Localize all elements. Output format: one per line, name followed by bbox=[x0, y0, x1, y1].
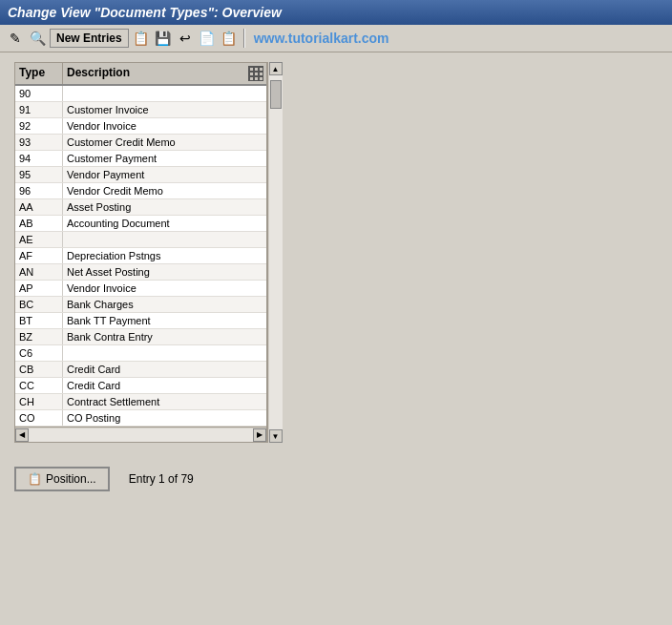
cell-type: AB bbox=[15, 216, 63, 231]
cell-desc: Contract Settlement bbox=[63, 394, 266, 409]
position-label: Position... bbox=[46, 472, 96, 486]
table-row[interactable]: BZBank Contra Entry bbox=[15, 329, 266, 345]
cell-type: 95 bbox=[15, 167, 63, 182]
col-desc-header: Description bbox=[63, 63, 245, 84]
cell-type: BZ bbox=[15, 329, 63, 344]
cell-desc: Bank Contra Entry bbox=[63, 329, 266, 344]
new-entries-label: New Entries bbox=[56, 31, 122, 45]
table-row[interactable]: AAAsset Posting bbox=[15, 199, 266, 216]
table-row[interactable]: 90 bbox=[15, 86, 266, 102]
table-body: 9091Customer Invoice92Vendor Invoice93Cu… bbox=[15, 86, 266, 427]
cell-type: 93 bbox=[15, 135, 63, 150]
table-row[interactable]: ANNet Asset Posting bbox=[15, 264, 266, 281]
toolbar-separator bbox=[243, 29, 245, 48]
main-content: Type Description 9091Customer Invoice92V… bbox=[0, 52, 672, 452]
cell-desc: Vendor Invoice bbox=[63, 281, 266, 296]
cell-type: CH bbox=[15, 394, 63, 409]
col-type-header: Type bbox=[15, 63, 63, 84]
cell-desc: Vendor Payment bbox=[63, 167, 266, 182]
position-button[interactable]: 📋 Position... bbox=[14, 467, 110, 491]
cell-type: BC bbox=[15, 297, 63, 312]
position-icon: 📋 bbox=[28, 472, 42, 486]
table-row[interactable]: COCO Posting bbox=[15, 410, 266, 427]
entry-info: Entry 1 of 79 bbox=[129, 472, 194, 486]
cell-desc: CO Posting bbox=[63, 410, 266, 426]
edit-icon[interactable]: ✎ bbox=[6, 29, 25, 48]
doc-icon[interactable]: 📄 bbox=[198, 29, 217, 48]
table-wrapper: Type Description 9091Customer Invoice92V… bbox=[14, 62, 658, 443]
table-row[interactable]: AE bbox=[15, 232, 266, 248]
scroll-left-icon[interactable]: ◀ bbox=[15, 428, 29, 442]
cell-desc bbox=[63, 232, 266, 247]
cell-desc bbox=[63, 345, 266, 361]
find-icon[interactable]: 🔍 bbox=[28, 29, 47, 48]
cell-desc: Bank Charges bbox=[63, 297, 266, 312]
table-row[interactable]: ABAccounting Document bbox=[15, 216, 266, 232]
table-header: Type Description bbox=[15, 63, 266, 86]
cell-desc: Net Asset Posting bbox=[63, 264, 266, 280]
cell-desc: Credit Card bbox=[63, 362, 266, 377]
cell-type: AN bbox=[15, 264, 63, 280]
cell-type: AP bbox=[15, 281, 63, 296]
cell-type: CC bbox=[15, 378, 63, 393]
grid-settings-icon[interactable] bbox=[245, 63, 266, 84]
title-bar: Change View "Document Types": Overview bbox=[0, 0, 672, 25]
cell-type: 91 bbox=[15, 102, 63, 117]
scroll-thumb[interactable] bbox=[270, 80, 282, 109]
cell-desc: Vendor Invoice bbox=[63, 118, 266, 134]
table-row[interactable]: CCCredit Card bbox=[15, 378, 266, 394]
scroll-up-icon[interactable]: ▲ bbox=[269, 62, 283, 75]
copy-icon[interactable]: 📋 bbox=[132, 29, 151, 48]
cell-desc: Vendor Credit Memo bbox=[63, 183, 266, 198]
cell-type: BT bbox=[15, 313, 63, 328]
new-entries-button[interactable]: New Entries bbox=[50, 29, 129, 48]
scroll-down-icon[interactable]: ▼ bbox=[269, 429, 283, 443]
table-row[interactable]: 96Vendor Credit Memo bbox=[15, 183, 266, 199]
cell-type: 90 bbox=[15, 86, 63, 101]
cell-type: AA bbox=[15, 199, 63, 215]
cell-type: 96 bbox=[15, 183, 63, 198]
cell-type: 94 bbox=[15, 151, 63, 166]
table-row[interactable]: 94Customer Payment bbox=[15, 151, 266, 167]
table-row[interactable]: AFDepreciation Pstngs bbox=[15, 248, 266, 264]
table-row[interactable]: 92Vendor Invoice bbox=[15, 118, 266, 135]
cell-desc: Customer Credit Memo bbox=[63, 135, 266, 150]
cell-desc: Customer Payment bbox=[63, 151, 266, 166]
scroll-track-vert bbox=[269, 75, 283, 429]
bottom-bar: 📋 Position... Entry 1 of 79 bbox=[0, 452, 672, 506]
table-row[interactable]: CHContract Settlement bbox=[15, 394, 266, 410]
paste-icon[interactable]: 📋 bbox=[220, 29, 239, 48]
horiz-scroll-bar: ◀ ▶ bbox=[15, 427, 266, 442]
cell-type: AE bbox=[15, 232, 63, 247]
table-row[interactable]: 93Customer Credit Memo bbox=[15, 135, 266, 151]
watermark: www.tutorialkart.com bbox=[254, 31, 389, 46]
scroll-right-icon[interactable]: ▶ bbox=[253, 428, 266, 442]
cell-desc: Credit Card bbox=[63, 378, 266, 393]
cell-desc: Bank TT Payment bbox=[63, 313, 266, 328]
cell-desc: Accounting Document bbox=[63, 216, 266, 231]
undo-icon[interactable]: ↩ bbox=[176, 29, 195, 48]
vertical-scrollbar: ▲ ▼ bbox=[267, 62, 283, 443]
table-row[interactable]: 91Customer Invoice bbox=[15, 102, 266, 118]
cell-desc bbox=[63, 86, 266, 101]
cell-type: C6 bbox=[15, 345, 63, 361]
cell-type: 92 bbox=[15, 118, 63, 134]
table-row[interactable]: APVendor Invoice bbox=[15, 281, 266, 297]
cell-desc: Asset Posting bbox=[63, 199, 266, 215]
toolbar: ✎ 🔍 New Entries 📋 💾 ↩ 📄 📋 www.tutorialka… bbox=[0, 25, 672, 52]
cell-desc: Customer Invoice bbox=[63, 102, 266, 117]
table-row[interactable]: 95Vendor Payment bbox=[15, 167, 266, 183]
cell-type: AF bbox=[15, 248, 63, 263]
cell-type: CO bbox=[15, 410, 63, 426]
scroll-track-horiz bbox=[29, 428, 253, 442]
table-row[interactable]: BTBank TT Payment bbox=[15, 313, 266, 329]
cell-desc: Depreciation Pstngs bbox=[63, 248, 266, 263]
save-icon[interactable]: 💾 bbox=[154, 29, 173, 48]
table-row[interactable]: C6 bbox=[15, 345, 266, 362]
cell-type: CB bbox=[15, 362, 63, 377]
table-row[interactable]: CBCredit Card bbox=[15, 362, 266, 378]
table-row[interactable]: BCBank Charges bbox=[15, 297, 266, 313]
table-container: Type Description 9091Customer Invoice92V… bbox=[14, 62, 267, 443]
title-text: Change View "Document Types": Overview bbox=[8, 5, 282, 20]
